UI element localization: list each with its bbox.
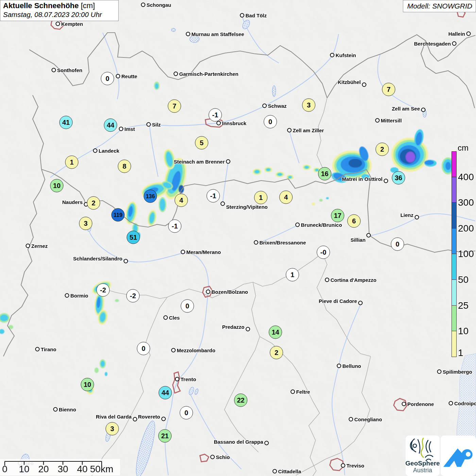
title-box: Aktuelle Schneehöhe [cm] Samstag, 08.07.… (0, 0, 119, 21)
city-label: Murnau am Staffelsee (191, 31, 244, 37)
city-label: Zell am Ziller (293, 128, 324, 133)
city-dot (93, 149, 98, 153)
snow-depth-marker: -0 (317, 246, 330, 259)
city-label: Innsbruck (222, 120, 247, 126)
city-label: Sonthofen (57, 67, 82, 73)
snow-depth-marker: -1 (168, 220, 182, 233)
city-dot (402, 402, 406, 406)
city-label: Schlanders/Silandro (73, 256, 122, 261)
city-dot (254, 240, 258, 245)
city-label: Bormio (70, 293, 88, 299)
snow-depth-marker: 3 (106, 422, 119, 436)
city-dot (133, 417, 137, 422)
city-dot (186, 32, 190, 36)
snow-depth-marker: 21 (158, 429, 172, 443)
scale-bar-tick-label: 30 (57, 464, 68, 475)
city-dot (449, 401, 453, 406)
city-label: Conegliano (354, 417, 382, 422)
scale-bar: 01020304050km (0, 459, 120, 475)
city-label: Brixen/Bressanone (259, 240, 306, 245)
snow-depth-marker: 7 (382, 83, 395, 96)
city-dot (330, 53, 335, 57)
city-dot (240, 13, 244, 18)
city-label: Imst (124, 126, 135, 132)
city-dot (262, 104, 267, 108)
city-dot (65, 293, 69, 298)
snow-depth-marker: 2 (270, 346, 283, 359)
city-dot (206, 290, 210, 294)
city-label: Cortina d'Ampezzo (330, 277, 376, 283)
city-dot (375, 118, 380, 123)
city-dot (287, 128, 292, 133)
city-label: Reutte (121, 73, 137, 79)
snow-depth-marker: 14 (269, 326, 282, 339)
city-label: Lienz (401, 212, 413, 218)
city-dot (162, 417, 166, 421)
snow-depth-marker: 0 (264, 115, 277, 129)
city-dot (141, 3, 146, 7)
city-dot (53, 407, 58, 412)
scale-bar-tick-label: 10 (19, 464, 29, 475)
city-dot (421, 108, 426, 112)
snow-depth-marker: -2 (97, 284, 110, 297)
city-label: Silz (152, 122, 161, 128)
city-label: Landeck (99, 148, 119, 154)
avalanche-service-logo (441, 436, 476, 476)
snow-depth-marker: -2 (126, 289, 140, 303)
city-label: Bad Tölz (245, 13, 267, 18)
snow-depth-marker: 119 (112, 208, 125, 222)
city-dot (415, 215, 419, 220)
city-dot (466, 32, 471, 36)
scale-bar-tick-label: 20 (38, 464, 49, 475)
city-label: Kitzbühel (338, 79, 361, 85)
geosphere-logo-text: GeoSphere (405, 460, 440, 467)
snow-depth-marker: 1 (286, 268, 299, 282)
snow-depth-marker: 0 (181, 300, 194, 313)
city-dot (437, 370, 442, 374)
city-dot (119, 127, 123, 131)
city-label: Kufstein (336, 52, 356, 58)
city-label: Schio (216, 454, 230, 460)
snow-depth-marker: 10 (50, 179, 64, 192)
city-dot (226, 159, 231, 164)
snow-depth-marker: 3 (302, 99, 316, 112)
scale-bar-tick-label: 0 (2, 464, 7, 475)
city-dot (325, 278, 329, 282)
city-label: Codroipo (454, 401, 476, 406)
snow-depth-map: SchongauBad TölzKemptenMurnau am Staffel… (0, 0, 476, 476)
snow-depth-marker: 2 (87, 197, 100, 210)
city-label: Mezzolombardo (177, 347, 215, 353)
city-label: Schwaz (268, 103, 287, 109)
scale-bar-tick-label: 40 (77, 464, 87, 475)
city-dot (116, 74, 120, 79)
city-dot (273, 469, 277, 474)
city-label: Garmisch-Partenkirchen (179, 71, 238, 77)
city-label: Zell am See (392, 106, 420, 112)
scale-bar-tick-label: 50km (90, 464, 113, 475)
city-label: Pordenone (407, 401, 434, 407)
city-label: Nauders (62, 199, 83, 205)
city-label: Zernez (31, 243, 48, 249)
snow-depth-marker: 4 (175, 194, 188, 207)
model-label: Modell: SNOWGRID (403, 0, 476, 12)
city-label: Pieve di Cadore (319, 298, 357, 304)
city-dot (56, 22, 60, 26)
city-dot (384, 179, 388, 183)
snow-depth-marker: -1 (209, 108, 222, 122)
snow-depth-marker: 2 (376, 143, 389, 156)
snow-depth-marker: 16 (318, 167, 332, 181)
snow-depth-marker: 0 (180, 406, 193, 420)
city-dot (358, 301, 363, 305)
city-dot (362, 83, 367, 87)
city-dot (367, 233, 371, 238)
city-dot (295, 223, 300, 227)
city-dot (337, 364, 341, 368)
city-dot (124, 259, 128, 264)
city-dot (221, 202, 225, 206)
city-dot (291, 390, 295, 394)
city-label: Sillian (351, 237, 366, 243)
geosphere-logo-subtext: Austria (413, 467, 432, 474)
snow-depth-marker: 6 (347, 215, 361, 228)
snow-depth-marker: 5 (195, 136, 208, 150)
snow-depth-marker: 8 (118, 160, 131, 173)
